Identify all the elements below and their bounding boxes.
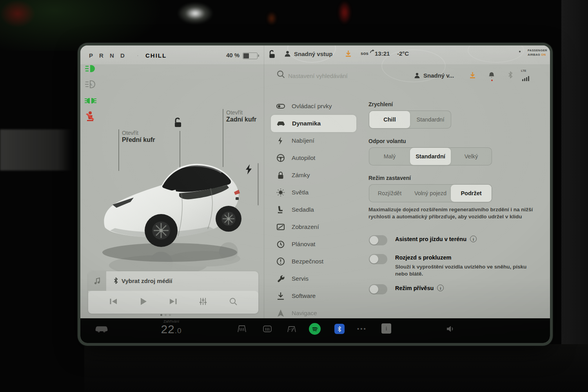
dashboard-sill (0, 129, 73, 171)
slip-start-row: Rozjezd s prokluzem (395, 254, 451, 261)
photo-scene: P R N D · CHILL 40 % A Otevřít (0, 0, 588, 392)
next-track-button[interactable] (169, 298, 177, 307)
driver-profile-button[interactable]: Snadný vstup (284, 50, 332, 57)
software-update-icon[interactable] (345, 50, 352, 58)
menu-item-dynamics[interactable]: Dynamika (271, 115, 356, 132)
menu-item-locks[interactable]: Zámky (271, 167, 356, 184)
sos-connectivity-icon: sos (361, 51, 374, 56)
lights-icon (276, 188, 285, 197)
menu-label: Ovládací prvky (292, 103, 332, 110)
gear-indicator[interactable]: P R N D (89, 52, 127, 59)
seatbelt-warning-icon (84, 111, 98, 122)
profile-quick-button[interactable]: Snadný v... (414, 72, 454, 79)
option-light[interactable]: Malý (369, 148, 410, 165)
bluetooth-app-icon[interactable] (334, 324, 345, 334)
charging-icon (276, 136, 285, 145)
menu-label: Světla (292, 189, 309, 196)
menu-item-schedule[interactable]: Plánovat (271, 236, 356, 253)
search-input[interactable]: Nastavení vyhledávání (288, 73, 348, 79)
navigation-icon (276, 309, 285, 318)
update-available-icon[interactable] (469, 72, 476, 79)
settings-menu: Ovládací prvky Dynamika Nabíjení Autopil… (271, 98, 356, 322)
menu-item-seats[interactable]: Sedadla (271, 201, 356, 218)
menu-item-software[interactable]: Software (271, 287, 356, 305)
menu-label: Plánovat (292, 241, 315, 248)
airbag-icon (516, 48, 525, 57)
display-icon (276, 223, 285, 231)
cabin-temperature: 22 (161, 323, 174, 336)
wrench-icon (276, 274, 285, 283)
gear-separator: · (137, 52, 139, 58)
notification-badge (491, 80, 493, 81)
equalizer-button[interactable] (199, 298, 207, 307)
option-roll[interactable]: Volný pojezd (410, 185, 451, 202)
offroad-assist-toggle[interactable] (369, 235, 387, 245)
menu-item-controls[interactable]: Ovládací prvky (271, 98, 356, 115)
media-page-dots (160, 314, 171, 316)
front-trunk-target: Přední kufr (122, 136, 155, 143)
option-standard[interactable]: Standardní (410, 148, 451, 165)
media-source-label: Vybrat zdroj médií (122, 278, 172, 284)
play-button[interactable] (140, 298, 147, 307)
option-heavy[interactable]: Velký (451, 148, 492, 165)
climate-control[interactable]: Zahřívání 22.0 (148, 319, 195, 335)
menu-item-lights[interactable]: Světla (271, 184, 356, 201)
airbag-text-line2: AIRBAG (528, 53, 540, 56)
network-type-label: LTE (521, 69, 526, 73)
seat-icon (276, 205, 285, 214)
unlocked-padlock-icon[interactable] (173, 117, 183, 131)
person-icon (414, 72, 420, 79)
previous-track-button[interactable] (109, 298, 118, 307)
vehicle-visualization[interactable] (99, 146, 249, 283)
profile-name: Snadný vstup (294, 51, 332, 57)
owners-manual-icon[interactable]: i (381, 323, 391, 334)
option-creep[interactable]: Rozjíždět (369, 185, 410, 202)
menu-item-charging[interactable]: Nabíjení (271, 132, 356, 149)
search-icon (277, 70, 285, 78)
rear-defrost-button[interactable] (262, 325, 273, 336)
acceleration-segmented-control: Chill Standardní (369, 111, 451, 129)
rear-trunk-action: Otevřít (226, 109, 256, 116)
menu-item-service[interactable]: Servis (271, 270, 356, 287)
album-art-placeholder[interactable] (88, 271, 106, 291)
wood-trim (0, 342, 84, 392)
drive-mode-label: CHILL (145, 52, 167, 59)
menu-item-display[interactable]: Zobrazení (271, 218, 356, 236)
airbag-state: ON (541, 53, 546, 56)
option-standard[interactable]: Standardní (410, 111, 451, 128)
slip-start-toggle[interactable] (369, 254, 387, 264)
scrollbar[interactable] (258, 163, 259, 205)
menu-label: Zobrazení (292, 223, 319, 230)
notifications-bell-icon[interactable] (488, 71, 495, 79)
front-trunk-button[interactable]: Otevřít Přední kufr (122, 130, 155, 143)
more-apps-button[interactable]: ••• (357, 325, 367, 332)
steering-heading: Odpor volantu (368, 138, 406, 144)
dashboard-shadow (84, 344, 588, 392)
info-icon[interactable]: i (470, 236, 477, 242)
front-defrost-button[interactable] (236, 325, 247, 336)
volume-icon[interactable] (446, 325, 456, 335)
spotify-app-icon[interactable] (309, 323, 321, 335)
cellular-signal-icon[interactable]: LTE (522, 69, 530, 81)
bluetooth-status-icon[interactable] (508, 71, 513, 79)
car-status-dock-icon[interactable] (94, 325, 109, 336)
rear-trunk-button[interactable]: Otevřít Zadní kufr (226, 109, 256, 123)
ambient-red-corner (0, 0, 35, 27)
media-player-card: Vybrat zdroj médií (88, 271, 258, 314)
lock-status-icon[interactable] (268, 50, 276, 60)
battery-percent[interactable]: 40 % (226, 52, 240, 58)
option-chill[interactable]: Chill (369, 111, 410, 128)
menu-label: Servis (292, 275, 309, 282)
menu-item-autopilot[interactable]: Autopilot (271, 149, 356, 167)
wiper-button[interactable] (287, 325, 297, 336)
menu-item-safety[interactable]: Bezpečnost (271, 253, 356, 270)
trailer-mode-toggle[interactable] (369, 284, 387, 294)
media-search-button[interactable] (229, 298, 237, 307)
sos-label: sos (361, 51, 368, 56)
slip-start-label: Rozjezd s prokluzem (395, 254, 451, 261)
rear-trunk-target: Zadní kufr (226, 116, 256, 123)
media-source-button[interactable]: Vybrat zdroj médií (113, 277, 172, 284)
info-icon[interactable]: i (437, 285, 444, 291)
charge-port-bolt-icon[interactable] (245, 164, 252, 176)
option-hold[interactable]: Podržet (451, 185, 492, 202)
